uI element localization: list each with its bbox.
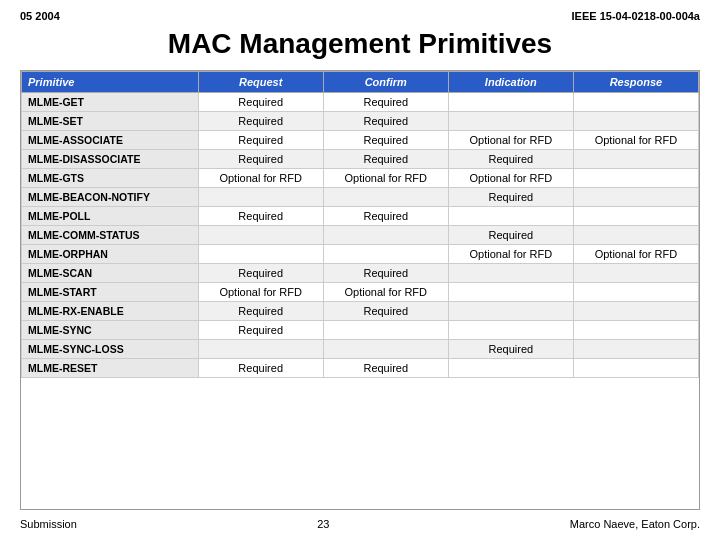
primitive-name: MLME-START bbox=[22, 283, 199, 302]
primitive-name: MLME-RX-ENABLE bbox=[22, 302, 199, 321]
primitive-name: MLME-POLL bbox=[22, 207, 199, 226]
table-row: MLME-SCANRequiredRequired bbox=[22, 264, 699, 283]
table-header-row: PrimitiveRequestConfirmIndicationRespons… bbox=[22, 72, 699, 93]
table-row: MLME-SYNC-LOSSRequired bbox=[22, 340, 699, 359]
table-row: MLME-POLLRequiredRequired bbox=[22, 207, 699, 226]
table-cell: Optional for RFD bbox=[448, 169, 573, 188]
table-cell bbox=[198, 188, 323, 207]
table-row: MLME-DISASSOCIATERequiredRequiredRequire… bbox=[22, 150, 699, 169]
table-cell: Required bbox=[448, 188, 573, 207]
table-row: MLME-RX-ENABLERequiredRequired bbox=[22, 302, 699, 321]
table-row: MLME-BEACON-NOTIFYRequired bbox=[22, 188, 699, 207]
table-container: PrimitiveRequestConfirmIndicationRespons… bbox=[20, 70, 700, 510]
table-cell: Optional for RFD bbox=[323, 283, 448, 302]
column-header: Primitive bbox=[22, 72, 199, 93]
table-cell bbox=[198, 340, 323, 359]
primitive-name: MLME-COMM-STATUS bbox=[22, 226, 199, 245]
header-left: 05 2004 bbox=[20, 10, 60, 22]
table-cell bbox=[448, 321, 573, 340]
footer-right: Marco Naeve, Eaton Corp. bbox=[570, 518, 700, 530]
table-row: MLME-RESETRequiredRequired bbox=[22, 359, 699, 378]
table-cell bbox=[323, 245, 448, 264]
table-cell bbox=[573, 264, 698, 283]
table-row: MLME-SYNCRequired bbox=[22, 321, 699, 340]
primitive-name: MLME-BEACON-NOTIFY bbox=[22, 188, 199, 207]
table-cell: Required bbox=[198, 150, 323, 169]
table-cell: Required bbox=[323, 359, 448, 378]
column-header: Indication bbox=[448, 72, 573, 93]
primitive-name: MLME-DISASSOCIATE bbox=[22, 150, 199, 169]
table-cell: Optional for RFD bbox=[573, 131, 698, 150]
table-row: MLME-ORPHANOptional for RFDOptional for … bbox=[22, 245, 699, 264]
table-cell bbox=[573, 340, 698, 359]
table-cell bbox=[573, 112, 698, 131]
table-cell bbox=[448, 359, 573, 378]
table-cell: Required bbox=[448, 340, 573, 359]
table-cell: Optional for RFD bbox=[198, 169, 323, 188]
page-title: MAC Management Primitives bbox=[20, 28, 700, 60]
table-cell bbox=[323, 188, 448, 207]
primitives-table: PrimitiveRequestConfirmIndicationRespons… bbox=[21, 71, 699, 378]
table-cell: Required bbox=[198, 131, 323, 150]
footer-center: 23 bbox=[317, 518, 329, 530]
table-cell bbox=[573, 226, 698, 245]
table-cell: Required bbox=[198, 359, 323, 378]
table-cell bbox=[448, 283, 573, 302]
table-cell: Required bbox=[198, 207, 323, 226]
table-cell bbox=[573, 150, 698, 169]
primitive-name: MLME-SET bbox=[22, 112, 199, 131]
header: 05 2004 IEEE 15-04-0218-00-004a bbox=[20, 10, 700, 22]
table-cell bbox=[573, 321, 698, 340]
primitive-name: MLME-GET bbox=[22, 93, 199, 112]
table-cell bbox=[573, 188, 698, 207]
table-cell: Optional for RFD bbox=[448, 131, 573, 150]
table-cell: Required bbox=[323, 112, 448, 131]
primitive-name: MLME-ASSOCIATE bbox=[22, 131, 199, 150]
table-cell bbox=[448, 302, 573, 321]
primitive-name: MLME-SCAN bbox=[22, 264, 199, 283]
table-row: MLME-GTSOptional for RFDOptional for RFD… bbox=[22, 169, 699, 188]
table-cell: Required bbox=[198, 93, 323, 112]
table-cell: Required bbox=[448, 226, 573, 245]
table-cell bbox=[448, 207, 573, 226]
footer-left: Submission bbox=[20, 518, 77, 530]
header-right: IEEE 15-04-0218-00-004a bbox=[572, 10, 700, 22]
table-cell: Required bbox=[323, 207, 448, 226]
table-cell: Optional for RFD bbox=[198, 283, 323, 302]
table-cell: Required bbox=[323, 93, 448, 112]
primitive-name: MLME-RESET bbox=[22, 359, 199, 378]
table-cell bbox=[573, 302, 698, 321]
table-cell: Optional for RFD bbox=[323, 169, 448, 188]
table-cell bbox=[573, 283, 698, 302]
column-header: Confirm bbox=[323, 72, 448, 93]
primitive-name: MLME-GTS bbox=[22, 169, 199, 188]
table-cell bbox=[573, 359, 698, 378]
table-cell bbox=[198, 245, 323, 264]
table-cell: Required bbox=[448, 150, 573, 169]
table-cell bbox=[198, 226, 323, 245]
primitive-name: MLME-SYNC bbox=[22, 321, 199, 340]
table-cell bbox=[448, 112, 573, 131]
table-cell: Required bbox=[323, 264, 448, 283]
table-row: MLME-ASSOCIATERequiredRequiredOptional f… bbox=[22, 131, 699, 150]
table-row: MLME-SETRequiredRequired bbox=[22, 112, 699, 131]
table-cell: Required bbox=[323, 302, 448, 321]
table-cell: Optional for RFD bbox=[448, 245, 573, 264]
table-cell: Required bbox=[323, 150, 448, 169]
table-cell bbox=[448, 93, 573, 112]
column-header: Response bbox=[573, 72, 698, 93]
table-cell bbox=[448, 264, 573, 283]
table-cell: Required bbox=[198, 321, 323, 340]
table-row: MLME-GETRequiredRequired bbox=[22, 93, 699, 112]
primitive-name: MLME-ORPHAN bbox=[22, 245, 199, 264]
page: 05 2004 IEEE 15-04-0218-00-004a MAC Mana… bbox=[0, 0, 720, 540]
primitive-name: MLME-SYNC-LOSS bbox=[22, 340, 199, 359]
table-cell bbox=[323, 340, 448, 359]
table-cell: Required bbox=[323, 131, 448, 150]
table-row: MLME-COMM-STATUSRequired bbox=[22, 226, 699, 245]
table-cell: Optional for RFD bbox=[573, 245, 698, 264]
table-cell bbox=[573, 169, 698, 188]
table-cell bbox=[573, 207, 698, 226]
footer: Submission 23 Marco Naeve, Eaton Corp. bbox=[20, 518, 700, 530]
table-cell: Required bbox=[198, 264, 323, 283]
